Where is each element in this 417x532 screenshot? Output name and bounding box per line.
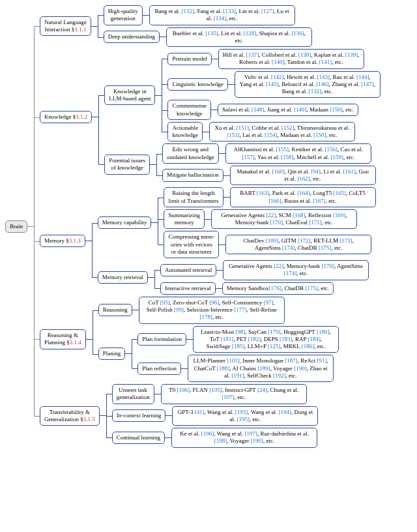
citation[interactable]: [140]: [272, 59, 285, 65]
citation[interactable]: [173]: [339, 237, 352, 244]
citation[interactable]: [189]: [257, 365, 270, 372]
citation[interactable]: [135]: [205, 30, 218, 37]
citation[interactable]: [136]: [291, 30, 304, 37]
citation[interactable]: [165]: [334, 190, 347, 196]
citation[interactable]: [160]: [272, 168, 285, 175]
citation[interactable]: [148]: [252, 106, 265, 113]
citation[interactable]: [101]: [227, 357, 240, 364]
citation[interactable]: [180]: [317, 329, 330, 335]
citation[interactable]: [22]: [266, 212, 276, 218]
citation[interactable]: [164]: [297, 190, 310, 196]
reference-node: BART [163], Park et al. [164], LongT5 [1…: [230, 187, 376, 207]
citation[interactable]: [143]: [317, 74, 330, 80]
citation[interactable]: [134]: [214, 15, 227, 22]
citation[interactable]: [132]: [309, 88, 322, 95]
reference-node: AlKhamissi et al. [155], Kemker et al. […: [225, 143, 371, 164]
citation[interactable]: [149]: [294, 106, 307, 113]
citation[interactable]: [183]: [280, 336, 293, 342]
citation[interactable]: [171]: [309, 219, 322, 226]
citation[interactable]: [161]: [343, 168, 356, 175]
citation[interactable]: [181]: [221, 336, 234, 342]
citation[interactable]: [145]: [266, 81, 279, 87]
citation[interactable]: [153]: [227, 132, 240, 138]
citation[interactable]: [107]: [222, 394, 235, 400]
citation[interactable]: [193]: [235, 409, 248, 415]
citation[interactable]: [174]: [282, 244, 295, 251]
citation[interactable]: [150]: [313, 132, 326, 138]
citation[interactable]: [185]: [232, 343, 245, 349]
citation[interactable]: [174]: [284, 270, 297, 276]
reference-node: Vulic et al. [142], Hewitt et al. [143],…: [235, 71, 381, 98]
citation[interactable]: [195]: [237, 416, 250, 422]
citation[interactable]: [170]: [270, 219, 283, 226]
citation[interactable]: [137]: [246, 52, 259, 58]
citation[interactable]: [99]: [174, 306, 184, 313]
citation[interactable]: [147]: [361, 81, 374, 87]
citation[interactable]: [192]: [273, 372, 286, 379]
section-ref[interactable]: 3.1.5: [83, 416, 95, 422]
citation[interactable]: [178]: [199, 314, 212, 320]
citation[interactable]: [133]: [223, 8, 237, 14]
citation[interactable]: [22]: [274, 263, 283, 269]
citation[interactable]: [194]: [278, 409, 291, 415]
citation[interactable]: [109]: [266, 237, 279, 244]
citation[interactable]: [184]: [308, 336, 321, 342]
citation[interactable]: [168]: [293, 212, 306, 218]
citation[interactable]: [167]: [313, 198, 326, 204]
citation[interactable]: [96]: [209, 299, 219, 306]
citation[interactable]: [188]: [217, 365, 230, 372]
citation[interactable]: [95]: [160, 299, 170, 306]
citation[interactable]: [144]: [356, 74, 369, 80]
citation[interactable]: [91]: [317, 357, 326, 364]
citation[interactable]: [139]: [345, 52, 358, 58]
section-ref[interactable]: 3.1.4: [70, 339, 81, 346]
citation[interactable]: [105]: [209, 387, 222, 393]
citation[interactable]: [98]: [236, 329, 246, 335]
citation[interactable]: [196]: [201, 430, 214, 437]
citation[interactable]: [156]: [325, 146, 338, 153]
citation[interactable]: [190]: [251, 437, 264, 444]
citation[interactable]: [187]: [285, 357, 298, 364]
citation[interactable]: [186]: [302, 343, 315, 349]
citation[interactable]: [157]: [242, 154, 255, 160]
citation[interactable]: [146]: [316, 81, 329, 87]
citation[interactable]: [125]: [268, 343, 281, 349]
section-ref[interactable]: 3.1.3: [69, 237, 81, 244]
citation[interactable]: [166]: [268, 198, 281, 204]
citation[interactable]: [152]: [281, 125, 295, 131]
citation[interactable]: [128]: [244, 30, 257, 37]
section-ref[interactable]: 3.1.1: [74, 26, 86, 33]
citation[interactable]: [172]: [298, 237, 311, 244]
citation[interactable]: [155]: [276, 146, 289, 153]
citation[interactable]: [169]: [333, 212, 346, 218]
citation[interactable]: [191]: [231, 372, 244, 379]
citation[interactable]: [190]: [294, 365, 307, 372]
citation[interactable]: [142]: [271, 74, 284, 80]
citation[interactable]: [132]: [182, 8, 195, 14]
citation[interactable]: [154]: [265, 132, 278, 138]
citation[interactable]: [179]: [268, 329, 281, 335]
citation[interactable]: [176]: [268, 285, 281, 291]
citation[interactable]: [175]: [305, 285, 318, 291]
citation[interactable]: [127]: [261, 8, 274, 14]
citation[interactable]: [182]: [248, 336, 261, 342]
citation[interactable]: [158]: [281, 154, 294, 160]
section-ref[interactable]: 3.1.2: [76, 113, 87, 120]
citation[interactable]: [150]: [330, 106, 343, 113]
citation[interactable]: [170]: [322, 263, 335, 269]
citation[interactable]: [197]: [244, 430, 257, 437]
citation[interactable]: [163]: [257, 190, 270, 196]
citation[interactable]: [138]: [298, 52, 311, 58]
citation[interactable]: [97]: [264, 299, 274, 306]
citation[interactable]: [141]: [319, 59, 332, 65]
citation[interactable]: [159]: [330, 154, 343, 160]
citation[interactable]: [24]: [257, 387, 267, 393]
citation[interactable]: [177]: [234, 306, 247, 313]
citation[interactable]: [151]: [236, 125, 249, 131]
citation[interactable]: [198]: [214, 437, 227, 444]
citation[interactable]: [94]: [311, 168, 321, 175]
citation[interactable]: [175]: [319, 244, 332, 251]
citation[interactable]: [162]: [297, 175, 310, 182]
citation[interactable]: [41]: [195, 409, 205, 415]
citation[interactable]: [106]: [177, 387, 190, 393]
